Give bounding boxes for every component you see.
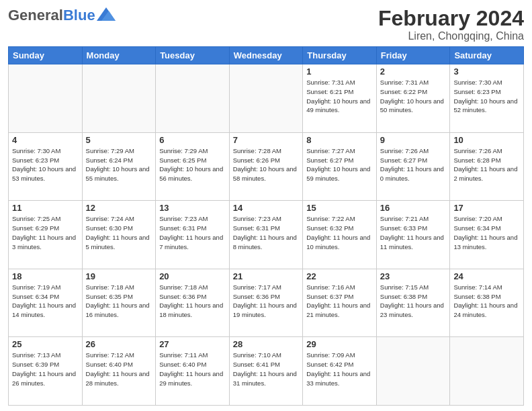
calendar-day: 11Sunrise: 7:25 AM Sunset: 6:29 PM Dayli… bbox=[9, 201, 83, 269]
calendar-day: 14Sunrise: 7:23 AM Sunset: 6:31 PM Dayli… bbox=[229, 201, 303, 269]
calendar-day bbox=[229, 64, 303, 133]
calendar-day: 19Sunrise: 7:18 AM Sunset: 6:35 PM Dayli… bbox=[82, 269, 156, 337]
day-number: 4 bbox=[12, 135, 79, 145]
calendar-day: 7Sunrise: 7:28 AM Sunset: 6:26 PM Daylig… bbox=[229, 132, 303, 201]
calendar-day: 22Sunrise: 7:16 AM Sunset: 6:37 PM Dayli… bbox=[303, 269, 377, 337]
day-header-friday: Friday bbox=[376, 47, 450, 64]
calendar-day bbox=[450, 337, 524, 406]
day-info: Sunrise: 7:18 AM Sunset: 6:36 PM Dayligh… bbox=[159, 283, 226, 320]
header: GeneralBlue February 2024 Liren, Chongqi… bbox=[8, 7, 524, 42]
day-number: 6 bbox=[159, 135, 226, 145]
day-header-tuesday: Tuesday bbox=[156, 47, 230, 64]
day-number: 14 bbox=[233, 203, 300, 213]
day-info: Sunrise: 7:25 AM Sunset: 6:29 PM Dayligh… bbox=[12, 214, 79, 251]
day-number: 1 bbox=[306, 66, 373, 77]
day-info: Sunrise: 7:27 AM Sunset: 6:27 PM Dayligh… bbox=[306, 146, 373, 183]
calendar-day bbox=[376, 337, 450, 406]
calendar-table: SundayMondayTuesdayWednesdayThursdayFrid… bbox=[8, 46, 524, 406]
title-block: February 2024 Liren, Chongqing, China bbox=[378, 7, 524, 42]
calendar-day: 24Sunrise: 7:14 AM Sunset: 6:38 PM Dayli… bbox=[450, 269, 524, 337]
calendar-week-1: 1Sunrise: 7:31 AM Sunset: 6:21 PM Daylig… bbox=[9, 64, 524, 133]
day-number: 17 bbox=[453, 203, 520, 213]
day-number: 13 bbox=[159, 203, 226, 213]
page: GeneralBlue February 2024 Liren, Chongqi… bbox=[0, 0, 532, 411]
day-header-thursday: Thursday bbox=[303, 47, 377, 64]
calendar-day: 16Sunrise: 7:21 AM Sunset: 6:33 PM Dayli… bbox=[376, 201, 450, 269]
day-number: 3 bbox=[453, 66, 520, 77]
day-info: Sunrise: 7:13 AM Sunset: 6:39 PM Dayligh… bbox=[12, 351, 79, 387]
day-number: 28 bbox=[233, 339, 300, 349]
day-info: Sunrise: 7:26 AM Sunset: 6:28 PM Dayligh… bbox=[453, 146, 520, 183]
calendar-day: 26Sunrise: 7:12 AM Sunset: 6:40 PM Dayli… bbox=[82, 337, 156, 406]
calendar-day bbox=[156, 64, 230, 133]
day-number: 5 bbox=[86, 135, 152, 145]
day-number: 23 bbox=[380, 271, 447, 281]
calendar-day: 13Sunrise: 7:23 AM Sunset: 6:31 PM Dayli… bbox=[156, 201, 230, 269]
calendar-day: 1Sunrise: 7:31 AM Sunset: 6:21 PM Daylig… bbox=[303, 64, 377, 133]
calendar-day: 15Sunrise: 7:22 AM Sunset: 6:32 PM Dayli… bbox=[303, 201, 377, 269]
day-number: 22 bbox=[306, 271, 373, 281]
day-number: 8 bbox=[306, 135, 373, 145]
day-number: 19 bbox=[86, 271, 152, 281]
calendar-week-2: 4Sunrise: 7:30 AM Sunset: 6:23 PM Daylig… bbox=[9, 132, 524, 201]
day-info: Sunrise: 7:28 AM Sunset: 6:26 PM Dayligh… bbox=[233, 146, 300, 183]
calendar-day: 3Sunrise: 7:30 AM Sunset: 6:23 PM Daylig… bbox=[450, 64, 524, 133]
day-info: Sunrise: 7:21 AM Sunset: 6:33 PM Dayligh… bbox=[380, 214, 447, 251]
calendar-week-3: 11Sunrise: 7:25 AM Sunset: 6:29 PM Dayli… bbox=[9, 201, 524, 269]
day-number: 21 bbox=[233, 271, 300, 281]
calendar-day: 25Sunrise: 7:13 AM Sunset: 6:39 PM Dayli… bbox=[9, 337, 83, 406]
logo-general-text: GeneralBlue bbox=[8, 7, 95, 24]
calendar-week-4: 18Sunrise: 7:19 AM Sunset: 6:34 PM Dayli… bbox=[9, 269, 524, 337]
calendar-day: 8Sunrise: 7:27 AM Sunset: 6:27 PM Daylig… bbox=[303, 132, 377, 201]
day-info: Sunrise: 7:09 AM Sunset: 6:42 PM Dayligh… bbox=[306, 351, 373, 387]
day-info: Sunrise: 7:23 AM Sunset: 6:31 PM Dayligh… bbox=[233, 214, 300, 251]
day-info: Sunrise: 7:31 AM Sunset: 6:22 PM Dayligh… bbox=[380, 78, 447, 115]
day-header-monday: Monday bbox=[82, 47, 156, 64]
calendar-day bbox=[82, 64, 156, 133]
day-number: 12 bbox=[86, 203, 152, 213]
day-info: Sunrise: 7:16 AM Sunset: 6:37 PM Dayligh… bbox=[306, 283, 373, 320]
calendar-day: 27Sunrise: 7:11 AM Sunset: 6:40 PM Dayli… bbox=[156, 337, 230, 406]
calendar-day: 6Sunrise: 7:29 AM Sunset: 6:25 PM Daylig… bbox=[156, 132, 230, 201]
day-info: Sunrise: 7:17 AM Sunset: 6:36 PM Dayligh… bbox=[233, 283, 300, 320]
day-header-saturday: Saturday bbox=[450, 47, 524, 64]
calendar-day: 10Sunrise: 7:26 AM Sunset: 6:28 PM Dayli… bbox=[450, 132, 524, 201]
day-info: Sunrise: 7:12 AM Sunset: 6:40 PM Dayligh… bbox=[86, 351, 152, 387]
day-info: Sunrise: 7:19 AM Sunset: 6:34 PM Dayligh… bbox=[12, 283, 79, 320]
day-number: 15 bbox=[306, 203, 373, 213]
calendar-day: 23Sunrise: 7:15 AM Sunset: 6:38 PM Dayli… bbox=[376, 269, 450, 337]
day-info: Sunrise: 7:11 AM Sunset: 6:40 PM Dayligh… bbox=[159, 351, 226, 387]
calendar-day: 21Sunrise: 7:17 AM Sunset: 6:36 PM Dayli… bbox=[229, 269, 303, 337]
calendar-day: 9Sunrise: 7:26 AM Sunset: 6:27 PM Daylig… bbox=[376, 132, 450, 201]
day-info: Sunrise: 7:24 AM Sunset: 6:30 PM Dayligh… bbox=[86, 214, 152, 251]
calendar-day: 17Sunrise: 7:20 AM Sunset: 6:34 PM Dayli… bbox=[450, 201, 524, 269]
calendar-subtitle: Liren, Chongqing, China bbox=[378, 30, 524, 42]
day-number: 10 bbox=[453, 135, 520, 145]
day-info: Sunrise: 7:14 AM Sunset: 6:38 PM Dayligh… bbox=[453, 283, 520, 320]
calendar-day bbox=[9, 64, 83, 133]
day-number: 26 bbox=[86, 339, 152, 349]
calendar-day: 4Sunrise: 7:30 AM Sunset: 6:23 PM Daylig… bbox=[9, 132, 83, 201]
calendar-day: 20Sunrise: 7:18 AM Sunset: 6:36 PM Dayli… bbox=[156, 269, 230, 337]
day-info: Sunrise: 7:23 AM Sunset: 6:31 PM Dayligh… bbox=[159, 214, 226, 251]
calendar-header-row: SundayMondayTuesdayWednesdayThursdayFrid… bbox=[9, 47, 524, 64]
calendar-day: 18Sunrise: 7:19 AM Sunset: 6:34 PM Dayli… bbox=[9, 269, 83, 337]
day-header-wednesday: Wednesday bbox=[229, 47, 303, 64]
calendar-day: 5Sunrise: 7:29 AM Sunset: 6:24 PM Daylig… bbox=[82, 132, 156, 201]
logo: GeneralBlue bbox=[8, 7, 116, 24]
day-info: Sunrise: 7:26 AM Sunset: 6:27 PM Dayligh… bbox=[380, 146, 447, 183]
day-info: Sunrise: 7:29 AM Sunset: 6:25 PM Dayligh… bbox=[159, 146, 226, 183]
day-number: 7 bbox=[233, 135, 300, 145]
calendar-day: 29Sunrise: 7:09 AM Sunset: 6:42 PM Dayli… bbox=[303, 337, 377, 406]
day-info: Sunrise: 7:15 AM Sunset: 6:38 PM Dayligh… bbox=[380, 283, 447, 320]
day-info: Sunrise: 7:31 AM Sunset: 6:21 PM Dayligh… bbox=[306, 78, 373, 115]
day-info: Sunrise: 7:30 AM Sunset: 6:23 PM Dayligh… bbox=[12, 146, 79, 183]
day-number: 2 bbox=[380, 66, 447, 77]
calendar-day: 12Sunrise: 7:24 AM Sunset: 6:30 PM Dayli… bbox=[82, 201, 156, 269]
calendar-day: 28Sunrise: 7:10 AM Sunset: 6:41 PM Dayli… bbox=[229, 337, 303, 406]
day-number: 16 bbox=[380, 203, 447, 213]
day-info: Sunrise: 7:18 AM Sunset: 6:35 PM Dayligh… bbox=[86, 283, 152, 320]
day-number: 27 bbox=[159, 339, 226, 349]
day-info: Sunrise: 7:30 AM Sunset: 6:23 PM Dayligh… bbox=[453, 78, 520, 115]
day-header-sunday: Sunday bbox=[9, 47, 83, 64]
